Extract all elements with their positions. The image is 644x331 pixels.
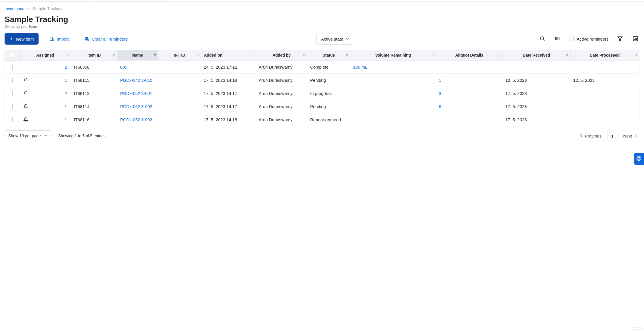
column-aliquot-details[interactable]: Aliquot Details↓↑ bbox=[436, 50, 503, 61]
cell-added-by: Arun Duraiswamy bbox=[256, 100, 307, 113]
column-added-by[interactable]: Added by↓↑ bbox=[256, 50, 307, 61]
assigned-link[interactable]: 1 bbox=[65, 117, 67, 122]
breadcrumb-current: Sample Tracking bbox=[33, 6, 62, 11]
cell-status: In progress bbox=[307, 87, 350, 100]
column-volume-remaining-label: Volume Remaining bbox=[375, 53, 411, 57]
import-button[interactable]: Import bbox=[45, 33, 74, 45]
next-button[interactable]: Next bbox=[621, 133, 639, 139]
cell-status: Pending bbox=[307, 74, 350, 87]
aliquot-link[interactable]: 6 bbox=[439, 104, 441, 109]
select-all-checkbox[interactable] bbox=[10, 53, 14, 57]
column-added-on[interactable]: Added on↓↑ bbox=[201, 50, 256, 61]
cell-int-id bbox=[158, 74, 201, 87]
name-link[interactable]: PGDx-052 3-003 bbox=[120, 117, 152, 122]
assigned-link[interactable]: 1 bbox=[65, 104, 67, 109]
row-checkbox[interactable] bbox=[12, 64, 13, 70]
cell-date-processed bbox=[570, 87, 639, 100]
cell-date-received: 10. 5. 2023 bbox=[503, 74, 570, 87]
aliquot-link[interactable]: 1 bbox=[439, 78, 441, 83]
sort-icon: ↓↑ bbox=[634, 53, 637, 57]
assigned-link[interactable]: 2 bbox=[65, 65, 67, 69]
cell-added-by: Arun Duraiswamy bbox=[256, 87, 307, 100]
page-input[interactable] bbox=[607, 131, 617, 141]
row-checkbox[interactable] bbox=[12, 91, 13, 96]
aliquot-link[interactable]: 3 bbox=[439, 91, 441, 96]
column-select-all[interactable] bbox=[5, 50, 19, 61]
cell-date-processed: 12. 5. 2023 bbox=[570, 74, 639, 87]
bell-icon[interactable] bbox=[23, 117, 28, 122]
cell-added-on: 17. 5. 2023 14:18 bbox=[201, 74, 256, 87]
svg-rect-11 bbox=[559, 37, 559, 40]
column-int-id-label: INT ID bbox=[174, 53, 185, 57]
column-assigned[interactable]: Assigned↓↑ bbox=[19, 50, 71, 61]
entries-summary: Showing 1 to 5 of 5 entries bbox=[58, 133, 106, 138]
cell-int-id bbox=[158, 61, 201, 74]
previous-label: Previous bbox=[585, 133, 601, 138]
new-item-button[interactable]: New item bbox=[5, 33, 39, 45]
cell-date-processed bbox=[570, 100, 639, 113]
cell-added-by: Arun Duraiswamy bbox=[256, 113, 307, 126]
row-checkbox[interactable] bbox=[12, 104, 13, 109]
sort-icon: ↓↑ bbox=[345, 53, 348, 57]
cell-int-id bbox=[158, 113, 201, 126]
column-int-id[interactable]: INT ID↓↑ bbox=[158, 50, 201, 61]
cell-added-by: Arun Duraiswamy bbox=[256, 74, 307, 87]
aliquot-link[interactable]: 1 bbox=[439, 117, 441, 122]
sort-icon: ↓↑ bbox=[66, 53, 69, 57]
state-filter-label: Active state bbox=[321, 37, 343, 41]
name-link[interactable]: PGDx-042 3-010 bbox=[120, 78, 152, 83]
cell-item-id: IT68356 bbox=[71, 61, 117, 74]
search-button[interactable] bbox=[538, 35, 546, 43]
sort-icon: ↓↑ bbox=[431, 53, 434, 57]
column-added-on-label: Added on bbox=[204, 53, 223, 57]
column-date-received[interactable]: Date Received↓↑ bbox=[503, 50, 570, 61]
bell-icon[interactable] bbox=[23, 78, 28, 82]
column-name-label: Name bbox=[132, 53, 143, 57]
import-label: Import bbox=[57, 37, 69, 41]
next-label: Next bbox=[623, 133, 632, 138]
row-checkbox[interactable] bbox=[12, 77, 13, 83]
top-filter-placeholder-1 bbox=[5, 0, 89, 1]
assigned-link[interactable]: 2 bbox=[65, 91, 67, 96]
chart-button[interactable] bbox=[631, 35, 639, 43]
row-checkbox[interactable] bbox=[12, 117, 13, 122]
cell-added-on: 17. 5. 2023 14:17 bbox=[201, 87, 256, 100]
active-reminders-checkbox[interactable] bbox=[569, 37, 574, 41]
cell-item-id: IT68114 bbox=[71, 100, 117, 113]
active-reminders-toggle[interactable]: Active reminders bbox=[569, 37, 609, 41]
previous-button[interactable]: Previous bbox=[577, 133, 603, 139]
sort-icon: ↓↑ bbox=[303, 53, 305, 57]
per-page-dropdown[interactable]: Show 10 per page bbox=[5, 130, 51, 141]
barcode-button[interactable] bbox=[554, 35, 562, 43]
filter-button[interactable] bbox=[616, 35, 624, 43]
chevron-right-icon bbox=[27, 6, 30, 11]
column-date-processed[interactable]: Date Processed↓↑ bbox=[570, 50, 639, 61]
assigned-link[interactable]: 1 bbox=[65, 78, 67, 83]
name-link[interactable]: 005 bbox=[120, 65, 127, 69]
column-status[interactable]: Status↓↑ bbox=[307, 50, 350, 61]
sort-icon: ↓↑ bbox=[113, 53, 115, 57]
svg-rect-7 bbox=[555, 37, 556, 40]
table-row: 2IT6835600524. 5. 2023 17:12Arun Duraisw… bbox=[5, 61, 639, 74]
breadcrumb-root[interactable]: Inventories bbox=[5, 6, 24, 11]
cell-int-id bbox=[158, 100, 201, 113]
column-volume-remaining[interactable]: Volume Remaining↓↑ bbox=[350, 50, 436, 61]
clear-reminders-button[interactable]: Clear all reminders bbox=[80, 33, 132, 45]
volume-link[interactable]: 100 mL bbox=[353, 65, 367, 69]
name-link[interactable]: PGDx-052 3-002 bbox=[120, 104, 152, 109]
data-table: Assigned↓↑ Item ID↓↑ Name↑≡ INT ID↓↑ Add… bbox=[5, 50, 639, 126]
column-name[interactable]: Name↑≡ bbox=[117, 50, 158, 61]
chevron-down-icon bbox=[44, 133, 48, 138]
state-filter-dropdown[interactable]: Active state bbox=[316, 33, 355, 45]
svg-rect-10 bbox=[558, 37, 558, 40]
svg-line-6 bbox=[543, 39, 545, 41]
name-link[interactable]: PGDx-052 3-001 bbox=[120, 91, 152, 96]
cell-date-received: 17. 5. 2023 bbox=[503, 100, 570, 113]
column-item-id[interactable]: Item ID↓↑ bbox=[71, 50, 117, 61]
column-item-id-label: Item ID bbox=[87, 53, 101, 57]
cell-status: Repeat required bbox=[307, 113, 350, 126]
bell-icon[interactable] bbox=[23, 91, 28, 95]
bell-icon[interactable] bbox=[23, 104, 28, 109]
active-reminders-label: Active reminders bbox=[577, 37, 609, 41]
per-page-label: Show 10 per page bbox=[8, 133, 41, 138]
